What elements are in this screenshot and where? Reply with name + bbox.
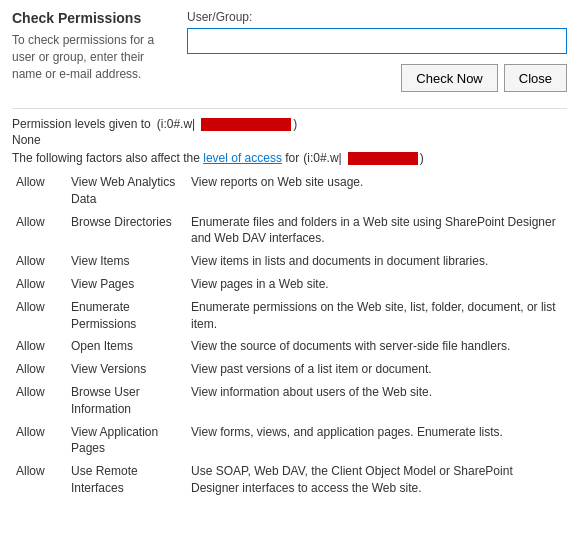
permission-cell: View Versions	[67, 358, 187, 381]
table-row: AllowOpen ItemsView the source of docume…	[12, 335, 567, 358]
permission-cell: Open Items	[67, 335, 187, 358]
description-cell: Use SOAP, Web DAV, the Client Object Mod…	[187, 460, 567, 500]
allow-cell: Allow	[12, 250, 67, 273]
description-cell: Enumerate files and folders in a Web sit…	[187, 211, 567, 251]
table-row: AllowView Application PagesView forms, v…	[12, 421, 567, 461]
divider-top	[12, 108, 567, 109]
panel-description: To check permissions for a user or group…	[12, 32, 167, 82]
user-group-label: User/Group:	[187, 10, 567, 24]
description-cell: View the source of documents with server…	[187, 335, 567, 358]
page-container: Check Permissions To check permissions f…	[0, 0, 579, 510]
permission-cell: View Application Pages	[67, 421, 187, 461]
allow-cell: Allow	[12, 358, 67, 381]
redacted-username-2: (i:0#.w| )	[303, 151, 423, 165]
table-row: AllowUse Remote InterfacesUse SOAP, Web …	[12, 460, 567, 500]
check-now-button[interactable]: Check Now	[401, 64, 497, 92]
button-row: Check Now Close	[187, 64, 567, 92]
allow-cell: Allow	[12, 273, 67, 296]
right-panel: User/Group: Check Now Close	[187, 10, 567, 92]
permission-cell: Enumerate Permissions	[67, 296, 187, 336]
table-row: AllowView Web Analytics DataView reports…	[12, 171, 567, 211]
permission-cell: View Items	[67, 250, 187, 273]
table-row: AllowBrowse DirectoriesEnumerate files a…	[12, 211, 567, 251]
table-row: AllowView PagesView pages in a Web site.	[12, 273, 567, 296]
table-row: AllowView VersionsView past versions of …	[12, 358, 567, 381]
description-cell: View forms, views, and application pages…	[187, 421, 567, 461]
description-cell: View items in lists and documents in doc…	[187, 250, 567, 273]
top-section: Check Permissions To check permissions f…	[12, 10, 567, 92]
allow-cell: Allow	[12, 335, 67, 358]
permission-cell: View Pages	[67, 273, 187, 296]
description-cell: View pages in a Web site.	[187, 273, 567, 296]
permission-cell: View Web Analytics Data	[67, 171, 187, 211]
permission-cell: Browse User Information	[67, 381, 187, 421]
panel-title: Check Permissions	[12, 10, 167, 26]
description-cell: View information about users of the Web …	[187, 381, 567, 421]
permission-level-row: Permission levels given to (i:0#.w| )	[12, 117, 567, 131]
allow-cell: Allow	[12, 171, 67, 211]
allow-cell: Allow	[12, 460, 67, 500]
table-row: AllowBrowse User InformationView informa…	[12, 381, 567, 421]
left-panel: Check Permissions To check permissions f…	[12, 10, 167, 92]
factors-label: The following factors also affect the le…	[12, 151, 299, 165]
permissions-table: AllowView Web Analytics DataView reports…	[12, 171, 567, 500]
description-cell: View reports on Web site usage.	[187, 171, 567, 211]
permission-cell: Browse Directories	[67, 211, 187, 251]
permission-none: None	[12, 133, 567, 147]
factors-row: The following factors also affect the le…	[12, 151, 567, 165]
description-cell: View past versions of a list item or doc…	[187, 358, 567, 381]
table-row: AllowView ItemsView items in lists and d…	[12, 250, 567, 273]
close-button[interactable]: Close	[504, 64, 567, 92]
redacted-username-1: (i:0#.w| )	[157, 117, 297, 131]
table-row: AllowEnumerate PermissionsEnumerate perm…	[12, 296, 567, 336]
permission-level-label: Permission levels given to	[12, 117, 151, 131]
allow-cell: Allow	[12, 211, 67, 251]
allow-cell: Allow	[12, 421, 67, 461]
allow-cell: Allow	[12, 296, 67, 336]
permission-cell: Use Remote Interfaces	[67, 460, 187, 500]
allow-cell: Allow	[12, 381, 67, 421]
user-group-input[interactable]	[187, 28, 567, 54]
description-cell: Enumerate permissions on the Web site, l…	[187, 296, 567, 336]
